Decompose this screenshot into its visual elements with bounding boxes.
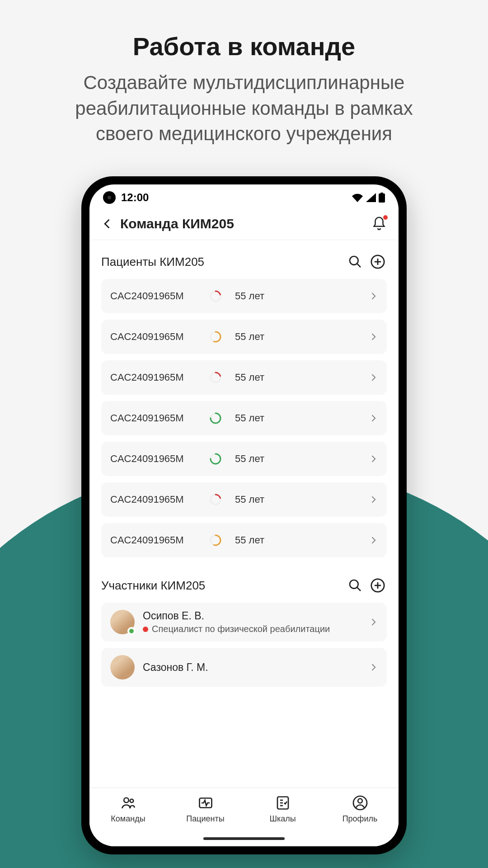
chevron-right-icon bbox=[369, 454, 378, 463]
svg-line-22 bbox=[357, 587, 361, 591]
progress-ring-icon bbox=[210, 453, 221, 465]
progress-ring-icon bbox=[210, 494, 221, 505]
patients-section-header: Пациенты КИМ205 bbox=[101, 240, 387, 279]
profile-icon bbox=[352, 794, 369, 811]
status-bar: 12:00 bbox=[89, 184, 399, 211]
patient-row[interactable]: CAC24091965M 55 лет bbox=[101, 360, 387, 395]
add-patient-button[interactable] bbox=[369, 253, 387, 271]
phone-frame: 12:00 Команда КИМ205 bbox=[81, 176, 407, 854]
nav-scales-label: Шкалы bbox=[269, 814, 296, 824]
progress-ring-icon bbox=[210, 412, 221, 424]
progress-ring-icon bbox=[210, 331, 221, 343]
nav-profile-label: Профиль bbox=[343, 814, 378, 824]
nav-profile[interactable]: Профиль bbox=[333, 794, 387, 824]
page-subtitle: Создавайте мультидисциплинарные реабилит… bbox=[27, 61, 461, 147]
chevron-right-icon bbox=[369, 414, 378, 423]
patient-age: 55 лет bbox=[235, 534, 369, 546]
progress-ring-icon bbox=[210, 534, 221, 546]
chevron-right-icon bbox=[369, 292, 378, 301]
member-row[interactable]: Осипов Е. В. Специалист по физической ре… bbox=[101, 603, 387, 642]
search-members-button[interactable] bbox=[346, 576, 364, 594]
patient-age: 55 лет bbox=[235, 494, 369, 505]
scales-icon bbox=[274, 794, 291, 811]
bottom-nav: Команды Пациенты Шкалы Профиль bbox=[89, 788, 399, 846]
wifi-icon bbox=[352, 193, 363, 202]
progress-ring-icon bbox=[210, 372, 221, 383]
member-row[interactable]: Сазонов Г. М. bbox=[101, 648, 387, 687]
patient-id: CAC24091965M bbox=[110, 412, 205, 424]
patients-list: CAC24091965M 55 лет CAC24091965M 55 лет … bbox=[101, 279, 387, 557]
status-time: 12:00 bbox=[121, 191, 149, 204]
patient-age: 55 лет bbox=[235, 372, 369, 383]
patient-row[interactable]: CAC24091965M 55 лет bbox=[101, 442, 387, 476]
signal-icon bbox=[366, 193, 376, 202]
patient-id: CAC24091965M bbox=[110, 290, 205, 302]
svg-line-3 bbox=[357, 264, 361, 267]
patient-id: CAC24091965M bbox=[110, 494, 205, 505]
phone-screen: 12:00 Команда КИМ205 bbox=[89, 184, 399, 846]
member-name: Сазонов Г. М. bbox=[143, 661, 369, 674]
patient-row[interactable]: CAC24091965M 55 лет bbox=[101, 482, 387, 517]
members-section-header: Участники КИМ205 bbox=[101, 564, 387, 603]
home-indicator bbox=[203, 837, 285, 840]
chevron-right-icon bbox=[369, 495, 378, 504]
member-name: Осипов Е. В. bbox=[143, 610, 369, 622]
members-section-title: Участники КИМ205 bbox=[101, 579, 346, 593]
battery-icon bbox=[379, 193, 385, 203]
chevron-right-icon bbox=[369, 663, 378, 672]
member-role: Специалист по физической реабилитации bbox=[143, 624, 369, 634]
camera-icon bbox=[103, 191, 116, 204]
nav-patients-label: Пациенты bbox=[186, 814, 224, 824]
patients-section-title: Пациенты КИМ205 bbox=[101, 255, 346, 269]
nav-scales[interactable]: Шкалы bbox=[256, 794, 310, 824]
patient-id: CAC24091965M bbox=[110, 453, 205, 465]
nav-teams[interactable]: Команды bbox=[101, 794, 155, 824]
patient-age: 55 лет bbox=[235, 453, 369, 465]
svg-point-21 bbox=[350, 580, 358, 589]
notification-dot-icon bbox=[383, 215, 388, 220]
patient-age: 55 лет bbox=[235, 412, 369, 424]
app-header: Команда КИМ205 bbox=[89, 211, 399, 240]
nav-patients[interactable]: Пациенты bbox=[178, 794, 233, 824]
patient-row[interactable]: CAC24091965M 55 лет bbox=[101, 279, 387, 313]
nav-teams-label: Команды bbox=[111, 814, 145, 824]
notifications-button[interactable] bbox=[371, 216, 387, 231]
back-button[interactable] bbox=[101, 217, 114, 230]
patient-row[interactable]: CAC24091965M 55 лет bbox=[101, 523, 387, 557]
svg-point-26 bbox=[124, 798, 129, 803]
avatar bbox=[110, 610, 135, 634]
content-scroll[interactable]: Пациенты КИМ205 CAC24091965M 55 лет CAC2… bbox=[89, 240, 399, 788]
svg-rect-1 bbox=[380, 193, 383, 194]
online-badge-icon bbox=[127, 627, 136, 635]
status-dot-icon bbox=[143, 627, 148, 632]
patients-icon bbox=[197, 794, 214, 811]
patient-id: CAC24091965M bbox=[110, 331, 205, 343]
patient-row[interactable]: CAC24091965M 55 лет bbox=[101, 320, 387, 354]
patient-age: 55 лет bbox=[235, 331, 369, 343]
header-title: Команда КИМ205 bbox=[120, 216, 371, 231]
members-list: Осипов Е. В. Специалист по физической ре… bbox=[101, 603, 387, 687]
chevron-right-icon bbox=[369, 332, 378, 341]
search-patients-button[interactable] bbox=[346, 253, 364, 271]
avatar bbox=[110, 655, 135, 679]
patient-age: 55 лет bbox=[235, 290, 369, 302]
page-title: Работа в команде bbox=[0, 0, 488, 61]
progress-ring-icon bbox=[210, 290, 221, 302]
svg-rect-0 bbox=[379, 193, 385, 203]
add-member-button[interactable] bbox=[369, 576, 387, 594]
svg-point-2 bbox=[350, 256, 358, 265]
teams-icon bbox=[120, 794, 137, 811]
svg-point-27 bbox=[130, 799, 133, 803]
chevron-right-icon bbox=[369, 618, 378, 627]
patient-id: CAC24091965M bbox=[110, 372, 205, 383]
chevron-right-icon bbox=[369, 373, 378, 382]
chevron-right-icon bbox=[369, 536, 378, 545]
patient-row[interactable]: CAC24091965M 55 лет bbox=[101, 401, 387, 435]
svg-point-34 bbox=[358, 799, 362, 803]
patient-id: CAC24091965M bbox=[110, 534, 205, 546]
